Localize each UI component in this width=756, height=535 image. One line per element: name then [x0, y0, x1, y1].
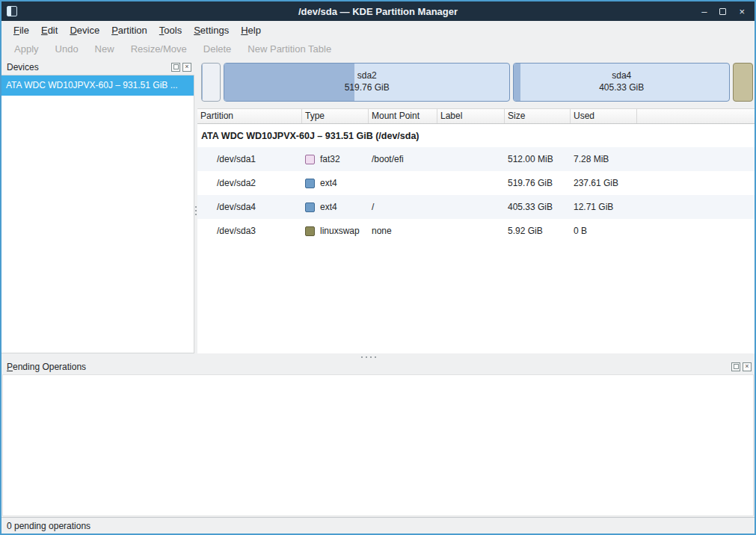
segment-size: 519.76 GiB — [345, 82, 390, 94]
partition-segment-sda1[interactable]: sda1 — [201, 63, 221, 102]
resize-move-button[interactable]: Resize/Move — [123, 43, 195, 55]
window-title: /dev/sda — KDE Partition Manager — [1, 6, 755, 17]
menu-edit[interactable]: Edit — [35, 22, 64, 38]
table-row-sda1[interactable]: /dev/sda1 fat32 /boot/efi 512.00 MiB 7.2… — [197, 147, 755, 171]
device-group-row[interactable]: ATA WDC WD10JPVX-60J – 931.51 GiB (/dev/… — [197, 124, 755, 147]
column-header-mount-point[interactable]: Mount Point — [369, 109, 437, 123]
devices-dock-buttons: × — [171, 63, 191, 72]
cell-type: ext4 — [302, 202, 369, 212]
cell-size: 519.76 GiB — [505, 178, 571, 188]
cell-size: 405.33 GiB — [505, 202, 571, 212]
pending-operations-title: Pending Operations — [7, 362, 86, 372]
filesystem-type-label: linuxswap — [320, 226, 360, 236]
cell-partition: /dev/sda2 — [197, 178, 302, 188]
cell-type: ext4 — [302, 178, 369, 188]
statusbar: 0 pending operations — [1, 517, 755, 534]
menu-file[interactable]: File — [7, 22, 35, 38]
maximize-button[interactable] — [719, 8, 726, 15]
titlebar: /dev/sda — KDE Partition Manager – × — [1, 1, 755, 21]
menu-help[interactable]: Help — [235, 22, 267, 38]
window-controls: – × — [701, 7, 755, 16]
filesystem-color-swatch — [305, 179, 315, 188]
column-header-type[interactable]: Type — [302, 109, 369, 123]
column-header-filler — [637, 109, 755, 123]
cell-mount-point: /boot/efi — [369, 154, 437, 164]
menu-partition[interactable]: Partition — [105, 22, 153, 38]
segment-size: 405.33 GiB — [599, 82, 644, 94]
table-row-sda4[interactable]: /dev/sda4 ext4 / 405.33 GiB 12.71 GiB — [197, 195, 755, 219]
partition-segment-sda2[interactable]: sda2 519.76 GiB — [224, 63, 510, 102]
close-button[interactable]: × — [739, 7, 745, 16]
undo-button[interactable]: Undo — [47, 43, 87, 55]
cell-used: 12.71 GiB — [571, 202, 637, 212]
pending-operations-count: 0 pending operations — [7, 521, 90, 531]
main-area: Devices × ATA WDC WD10JPVX-60J – 931.51 … — [1, 58, 755, 353]
column-header-label[interactable]: Label — [437, 109, 505, 123]
delete-button[interactable]: Delete — [195, 43, 240, 55]
close-dock-icon[interactable]: × — [182, 63, 191, 72]
used-space-fill — [224, 64, 354, 101]
filesystem-color-swatch — [305, 226, 315, 236]
partition-bar: sda1 sda2 519.76 GiB sda4 405.33 GiB — [201, 63, 753, 102]
app-icon — [7, 6, 17, 16]
cell-mount-point: / — [369, 202, 437, 212]
menu-settings[interactable]: Settings — [188, 22, 235, 38]
pending-operations-list — [2, 374, 754, 516]
pending-operations-header: Pending Operations × — [1, 360, 755, 373]
column-header-used[interactable]: Used — [571, 109, 637, 123]
devices-panel: Devices × ATA WDC WD10JPVX-60J – 931.51 … — [1, 58, 194, 353]
cell-type: linuxswap — [302, 226, 369, 236]
partition-segment-sda3[interactable] — [733, 63, 753, 102]
segment-name: sda4 — [612, 70, 631, 82]
cell-partition: /dev/sda4 — [197, 202, 302, 212]
device-list-item-selected[interactable]: ATA WDC WD10JPVX-60J – 931.51 GiB ... — [1, 75, 194, 96]
minimize-button[interactable]: – — [701, 7, 707, 16]
table-row-sda3[interactable]: /dev/sda3 linuxswap none 5.92 GiB 0 B — [197, 219, 755, 243]
menu-device[interactable]: Device — [64, 22, 105, 38]
cell-used: 7.28 MiB — [571, 154, 637, 164]
used-space-fill — [514, 64, 520, 101]
partition-table: Partition Type Mount Point Label Size Us… — [197, 108, 755, 353]
filesystem-color-swatch — [305, 155, 315, 164]
devices-panel-title: Devices — [7, 62, 39, 72]
cell-mount-point: none — [369, 226, 437, 236]
pending-dock-buttons: × — [731, 362, 752, 371]
toolbar: Apply Undo New Resize/Move Delete New Pa… — [1, 39, 755, 58]
float-dock-icon[interactable] — [171, 63, 180, 72]
menu-tools[interactable]: Tools — [153, 22, 188, 38]
device-list: ATA WDC WD10JPVX-60J – 931.51 GiB ... — [1, 75, 194, 353]
devices-panel-header: Devices × — [1, 61, 194, 73]
partition-segment-sda4[interactable]: sda4 405.33 GiB — [513, 63, 730, 102]
cell-used: 0 B — [571, 226, 637, 236]
column-header-size[interactable]: Size — [505, 109, 571, 123]
apply-button[interactable]: Apply — [6, 43, 47, 55]
filesystem-type-label: ext4 — [320, 202, 337, 212]
cell-type: fat32 — [302, 154, 369, 164]
new-partition-table-button[interactable]: New Partition Table — [239, 43, 339, 55]
table-empty-area — [197, 243, 755, 353]
new-button[interactable]: New — [87, 43, 123, 55]
horizontal-splitter[interactable] — [1, 353, 755, 360]
table-header-row: Partition Type Mount Point Label Size Us… — [197, 108, 755, 124]
cell-size: 5.92 GiB — [505, 226, 571, 236]
float-dock-icon[interactable] — [731, 362, 740, 371]
filesystem-color-swatch — [305, 202, 315, 212]
filesystem-type-label: ext4 — [320, 178, 337, 188]
content-area: sda1 sda2 519.76 GiB sda4 405.33 GiB Par… — [197, 58, 755, 353]
cell-partition: /dev/sda1 — [197, 154, 302, 164]
table-row-sda2[interactable]: /dev/sda2 ext4 519.76 GiB 237.61 GiB — [197, 171, 755, 195]
filesystem-type-label: fat32 — [320, 154, 340, 164]
segment-name: sda2 — [357, 70, 377, 82]
app-window: /dev/sda — KDE Partition Manager – × Fil… — [0, 0, 756, 535]
vertical-splitter[interactable] — [194, 58, 197, 353]
menubar: File Edit Device Partition Tools Setting… — [1, 21, 755, 39]
close-dock-icon[interactable]: × — [743, 362, 752, 371]
cell-size: 512.00 MiB — [505, 154, 571, 164]
column-header-partition[interactable]: Partition — [197, 109, 302, 123]
cell-used: 237.61 GiB — [571, 178, 637, 188]
cell-partition: /dev/sda3 — [197, 226, 302, 236]
